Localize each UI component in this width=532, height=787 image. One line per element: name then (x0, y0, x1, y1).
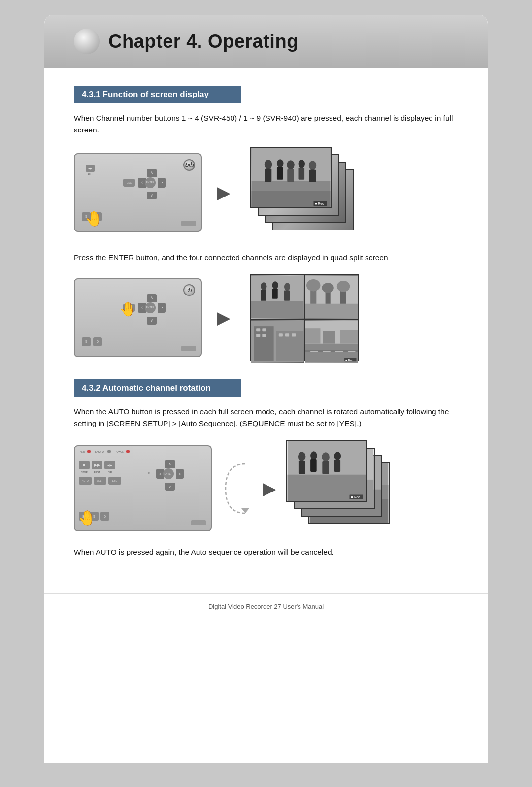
svg-point-9 (299, 160, 305, 168)
svg-rect-12 (309, 170, 316, 182)
diagram-row-1: ⏻ ◀▶ DIR ∧ (74, 147, 458, 238)
chapter-title: Chapter 4. Operating (108, 31, 299, 52)
svg-point-19 (272, 281, 278, 289)
svg-rect-38 (279, 334, 283, 337)
ff-btn: ▶▶ (92, 461, 102, 469)
quad-cell-1 (251, 275, 304, 319)
nav-down-1: ∨ (147, 192, 157, 199)
svg-rect-18 (261, 290, 266, 300)
section1-paragraph: When Channel number buttons 1 ~ 4 (SVR-4… (74, 112, 458, 136)
dir-btn-3: ◀▶ (104, 461, 115, 469)
dvr-panel-1: ⏻ ◀▶ DIR ∧ (74, 153, 202, 232)
hand-cursor-1: 🤚 (85, 210, 103, 227)
page-container: Chapter 4. Operating 4.3.1 Function of s… (44, 15, 488, 763)
svg-point-7 (287, 160, 294, 169)
dir-label-area: ◀▶ DIR (86, 165, 95, 175)
svg-point-30 (336, 281, 349, 292)
power-icon-1: ⏻ (184, 163, 189, 167)
dir-text: DIR (86, 172, 95, 175)
section-header-2: 4.3.2 Automatic channel rotation (74, 379, 241, 397)
svg-rect-46 (335, 351, 342, 352)
dvr-lg-detail: ARM BACK UP POWER ■ ▶▶ (75, 446, 211, 530)
section1-paragraph2: Press the ENTER button, and the four con… (74, 252, 458, 263)
quad-cell-3 (251, 320, 304, 363)
svg-rect-44 (310, 351, 318, 352)
svg-point-28 (322, 283, 333, 293)
svg-rect-50 (323, 331, 335, 343)
svg-text:■ Rec: ■ Rec (315, 202, 324, 205)
usb-port-1 (181, 221, 196, 226)
quad-screen: ■ Rec (250, 274, 359, 361)
diagram-row-2: ⏻ ∧ ∨ < > (74, 274, 458, 361)
auto-screen-front: ■ Rec (286, 440, 367, 502)
footer-text: Digital Video Recorder 27 User's Manual (208, 603, 324, 610)
transport-labels: STOP FAST DIR (79, 471, 115, 474)
svg-rect-37 (262, 334, 266, 337)
svg-rect-8 (287, 169, 294, 182)
usb-port-3 (191, 520, 206, 525)
arrow-3: ▶ (263, 478, 276, 499)
svg-point-67 (298, 452, 305, 461)
dashed-loop-svg (221, 459, 260, 518)
svg-point-11 (309, 161, 316, 170)
svg-rect-70 (310, 459, 317, 472)
svg-rect-4 (265, 169, 272, 182)
esc-btn-1: ESC (123, 179, 135, 187)
hand-cursor-3: 🤚 (78, 509, 96, 526)
backup-led (107, 450, 111, 453)
svg-rect-6 (277, 167, 283, 180)
num-row-2: 9 0 (82, 337, 102, 346)
arrow-2: ▶ (217, 307, 231, 328)
nav-right-1: > (158, 178, 166, 188)
content-area: 4.3.1 Function of screen display When Ch… (44, 68, 488, 579)
svg-rect-68 (299, 461, 305, 474)
svg-point-73 (334, 452, 341, 460)
svg-point-5 (277, 159, 284, 167)
svg-point-17 (261, 282, 266, 290)
svg-rect-51 (340, 330, 358, 343)
svg-rect-10 (299, 168, 305, 180)
power-button-2: ⏻ (183, 284, 195, 296)
power-led (126, 450, 130, 453)
section-header-1: 4.3.1 Function of screen display (74, 86, 241, 103)
arm-led (87, 450, 91, 453)
quad-cell-4: ■ Rec (305, 320, 358, 363)
svg-text:■ Rec: ■ Rec (345, 358, 353, 361)
nav-up-1: ∧ (147, 169, 157, 177)
svg-rect-47 (348, 351, 355, 352)
svg-point-26 (306, 279, 320, 291)
svg-rect-24 (305, 304, 358, 318)
people-svg: ■ Rec (251, 148, 331, 207)
diagram-row-3: ARM BACK UP POWER ■ ▶▶ (74, 440, 458, 536)
auto-screen-stack: ■ Rec (286, 440, 395, 536)
dir-btn: ◀▶ (86, 165, 95, 172)
arrow-1: ▶ (217, 182, 231, 203)
svg-text:■ Rec: ■ Rec (351, 495, 360, 499)
quad-grid: ■ Rec (250, 274, 359, 361)
usb-port-2 (181, 346, 196, 351)
svg-rect-45 (323, 351, 330, 352)
svg-rect-16 (251, 301, 304, 318)
indicator-row-3: ARM BACK UP POWER (80, 450, 130, 453)
page-footer: Digital Video Recorder 27 User's Manual (44, 593, 488, 619)
dvr-panel-2: ⏻ ∧ ∨ < > (74, 278, 202, 357)
svg-rect-35 (262, 328, 266, 331)
svg-point-3 (265, 160, 272, 169)
svg-rect-34 (256, 328, 260, 331)
svg-rect-20 (272, 289, 278, 298)
svg-rect-74 (334, 460, 341, 472)
svg-point-21 (284, 283, 290, 291)
svg-rect-72 (322, 461, 329, 474)
svg-rect-36 (256, 334, 260, 337)
svg-rect-49 (305, 328, 320, 343)
func-row-3: AUTO MULTI ESC (79, 477, 121, 485)
stop-btn: ■ (79, 461, 90, 469)
arrow-dashed-area: ▶ (221, 459, 276, 518)
section2-paragraph2: When AUTO is pressed again, the Auto seq… (74, 546, 458, 558)
dvr-detail-1: ⏻ ◀▶ DIR ∧ (75, 154, 201, 231)
screen-stack-1: ■ Rec (250, 147, 359, 238)
svg-point-71 (322, 452, 329, 461)
esc-btn-3: ESC (108, 477, 121, 485)
power-icon-2: ⏻ (187, 288, 192, 293)
multi-btn: MULTI (94, 477, 106, 485)
